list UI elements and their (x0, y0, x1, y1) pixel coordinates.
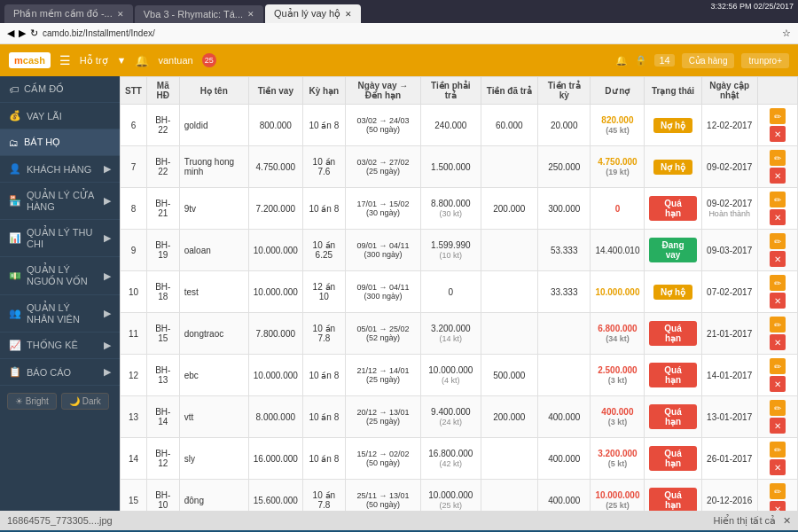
cell-trang-thai: Nợ hộ (645, 105, 701, 146)
sidebar-item-quan-ly-thu-chi[interactable]: 📊 QUẢN LÝ THU CHI ▶ (0, 220, 120, 257)
user-link[interactable]: vantuan (158, 55, 192, 66)
cell-ngay-cap-nhat: 07-02-2017 (701, 271, 757, 313)
main-content: STT Mã HĐ Họ tên Tiền vay Kỳ hạn Ngày va… (120, 76, 798, 511)
edit-btn[interactable]: ✏ (770, 192, 786, 207)
delete-btn[interactable]: ✕ (770, 293, 786, 309)
edit-btn[interactable]: ✏ (770, 358, 786, 374)
delete-btn[interactable]: ✕ (770, 418, 786, 434)
status-btn[interactable]: Quá hạn (649, 446, 696, 471)
bell-icon[interactable]: 🔔 (135, 54, 149, 67)
dark-btn[interactable]: 🌙 Dark (61, 393, 109, 410)
delete-btn[interactable]: ✕ (770, 251, 786, 267)
cell-ky-han: 10 ần 8 (302, 355, 345, 396)
col-ma-hd: Mã HĐ (146, 77, 179, 105)
cell-ma-hd: BH-22 (146, 146, 179, 188)
delete-btn[interactable]: ✕ (770, 459, 786, 475)
edit-btn[interactable]: ✏ (770, 233, 786, 249)
edit-btn[interactable]: ✏ (770, 150, 786, 166)
user-btn[interactable]: trunpro+ (741, 53, 789, 68)
table-row: 13 BH-14 vtt 8.000.000 10 ần 8 20/12 → 1… (121, 396, 798, 438)
url-input[interactable]: camdo.biz/Installment/Index/ (43, 28, 778, 38)
cell-tien-vay: 8.000.000 (248, 396, 302, 438)
cell-tien-da-tra (481, 480, 537, 512)
cell-actions: ✏ ✕ (757, 313, 797, 355)
help-link[interactable]: Hỗ trợ (80, 55, 108, 66)
cell-tien-da-tra (481, 271, 537, 313)
col-trang-thai: Trạng thái (645, 77, 701, 105)
edit-btn[interactable]: ✏ (770, 275, 786, 291)
sidebar-item-quan-ly-cua-hang[interactable]: 🏪 QUẢN LÝ CỬA HÀNG ▶ (0, 183, 120, 220)
status-btn[interactable]: Nợ hộ (653, 285, 692, 300)
cell-tien-tra-ky: 400.000 (538, 396, 591, 438)
refresh-btn[interactable]: ↻ (30, 27, 38, 39)
cell-ngay-cap-nhat: 09-02-2017 (701, 146, 757, 188)
cell-tien-da-tra (481, 146, 537, 188)
cell-du-no: 10.000.000(25 kt) (591, 480, 645, 512)
bat-ho-icon: 🗂 (9, 137, 19, 148)
delete-btn[interactable]: ✕ (770, 209, 786, 225)
cell-du-no: 3.200.000(5 kt) (591, 438, 645, 480)
edit-btn[interactable]: ✏ (770, 108, 786, 124)
cell-ky-han: 10 ần 8 (302, 188, 345, 230)
sidebar-item-khach-hang[interactable]: 👤 KHÁCH HÀNG ▶ (0, 156, 120, 183)
bookmark-icon[interactable]: ☆ (782, 27, 791, 39)
sidebar-item-bao-cao[interactable]: 📋 BÁO CÁO ▶ (0, 359, 120, 386)
delete-btn[interactable]: ✕ (770, 334, 786, 350)
cell-tien-da-tra: 200.000 (481, 188, 537, 230)
edit-btn[interactable]: ✏ (770, 442, 786, 458)
delete-btn[interactable]: ✕ (770, 168, 786, 184)
delete-btn[interactable]: ✕ (770, 376, 786, 392)
status-btn[interactable]: Quá hạn (649, 321, 696, 346)
icon-lock[interactable]: 🔒 (635, 55, 647, 66)
table-row: 12 BH-13 ebc 10.000.000 10 ần 8 21/12 → … (121, 355, 798, 396)
cell-ma-hd: BH-19 (146, 230, 179, 271)
cell-ngay-vay: 03/02 → 27/02 (25 ngày) (345, 146, 420, 188)
sidebar-item-nguon-von[interactable]: 💵 QUẢN LÝ NGUỒN VỐN ▶ (0, 257, 120, 295)
cell-tien-vay: 10.000.000 (248, 271, 302, 313)
col-tien-vay: Tiền vay (248, 77, 302, 105)
sidebar-item-nhan-vien[interactable]: 👥 QUẢN LÝ NHÂN VIÊN ▶ (0, 295, 120, 332)
cell-ho-ten: vtt (179, 396, 248, 438)
sidebar: 🏷 CẦM ĐỒ 💰 VAY LÃI 🗂 BÁT HỌ 👤 KHÁCH HÀNG… (0, 76, 120, 511)
cell-ma-hd: BH-10 (146, 480, 179, 512)
sidebar-item-vay-lai[interactable]: 💰 VAY LÃI (0, 103, 120, 129)
status-file: 16864575_773305....jpg (7, 515, 113, 526)
cell-ngay-cap-nhat: 20-12-2016 (701, 480, 757, 512)
cell-tien-phai-tra: 3.200.000(14 kt) (421, 313, 481, 355)
menu-icon[interactable]: ☰ (59, 53, 71, 67)
cell-tien-phai-tra: 10.000.000(4 kt) (421, 355, 481, 396)
status-btn[interactable]: Quá hạn (649, 196, 696, 221)
table-row: 10 BH-18 test 10.000.000 12 ần 10 09/01 … (121, 271, 798, 313)
show-all-btn[interactable]: Hiển thị tất cả (714, 515, 776, 527)
sidebar-item-bat-ho[interactable]: 🗂 BÁT HỌ (0, 129, 120, 156)
status-btn[interactable]: Quá hạn (649, 488, 696, 511)
cua-hang-btn[interactable]: Cửa hàng (682, 53, 735, 68)
status-btn[interactable]: Quá hạn (649, 363, 696, 387)
status-close[interactable]: ✕ (783, 515, 791, 527)
edit-btn[interactable]: ✏ (770, 400, 786, 416)
cell-tien-da-tra: 60.000 (481, 105, 537, 146)
table-row: 15 BH-10 đông 15.600.000 10 ần 7.8 25/11… (121, 480, 798, 512)
status-btn[interactable]: Nợ hộ (653, 160, 692, 175)
back-btn[interactable]: ◀ (7, 27, 14, 39)
status-btn[interactable]: Quá hạn (649, 404, 696, 429)
delete-btn[interactable]: ✕ (770, 126, 786, 142)
cell-ho-ten: oaloan (179, 230, 248, 271)
bright-btn[interactable]: ☀ Bright (7, 393, 57, 410)
tab-3[interactable]: Quản lý vay hộ ✕ (265, 4, 361, 23)
col-actions (757, 77, 797, 105)
status-btn[interactable]: Nợ hộ (653, 118, 692, 133)
status-btn[interactable]: Đang vay (649, 238, 696, 262)
edit-btn[interactable]: ✏ (770, 317, 786, 332)
cell-trang-thai: Quá hạn (645, 355, 701, 396)
delete-btn[interactable]: ✕ (770, 501, 786, 511)
table-wrapper[interactable]: STT Mã HĐ Họ tên Tiền vay Kỳ hạn Ngày va… (120, 76, 798, 511)
forward-btn[interactable]: ▶ (19, 27, 26, 39)
table-row: 6 BH-22 goldid 800.000 10 ần 8 03/02 → 2… (121, 105, 798, 146)
sidebar-item-cam-do[interactable]: 🏷 CẦM ĐỒ (0, 76, 120, 103)
edit-btn[interactable]: ✏ (770, 483, 786, 499)
tab-2[interactable]: Vba 3 - Rhymatic: Tá... ✕ (135, 5, 263, 23)
icon-bell[interactable]: 🔔 (615, 55, 628, 66)
sidebar-item-thong-ke[interactable]: 📈 THỐNG KÊ ▶ (0, 332, 120, 359)
tab-1[interactable]: Phần mềm cầm đồ -... ✕ (4, 4, 133, 23)
